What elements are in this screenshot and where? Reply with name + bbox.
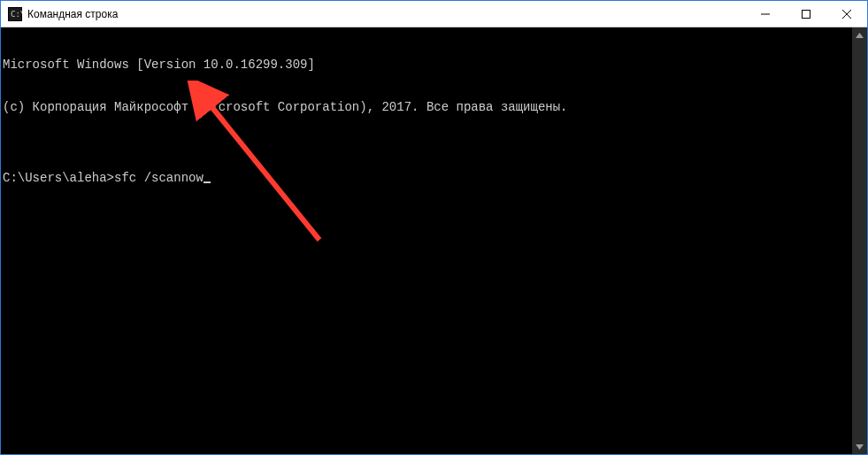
- window-title: Командная строка: [27, 8, 118, 20]
- scroll-down-arrow-icon[interactable]: [852, 439, 867, 454]
- terminal-output[interactable]: Microsoft Windows [Version 10.0.16299.30…: [1, 27, 852, 454]
- titlebar[interactable]: C:\ Командная строка: [1, 1, 867, 27]
- scroll-up-arrow-icon[interactable]: [852, 27, 867, 42]
- svg-rect-3: [803, 10, 810, 18]
- window-controls: [745, 1, 867, 27]
- prompt-line: C:\Users\aleha>sfc /scannow: [3, 171, 852, 185]
- svg-text:C:\: C:\: [11, 10, 22, 19]
- cmd-icon: C:\: [8, 7, 22, 21]
- version-line: Microsoft Windows [Version 10.0.16299.30…: [3, 58, 852, 72]
- minimize-button[interactable]: [745, 1, 786, 27]
- command-prompt-window: C:\ Командная строка Microsoft Windows […: [0, 0, 868, 455]
- prompt-text: C:\Users\aleha>: [3, 171, 114, 185]
- maximize-button[interactable]: [786, 1, 826, 27]
- cursor: [204, 181, 211, 183]
- close-button[interactable]: [826, 1, 867, 27]
- copyright-line: (c) Корпорация Майкрософт (Microsoft Cor…: [3, 100, 852, 114]
- command-text: sfc /scannow: [114, 171, 204, 185]
- vertical-scrollbar[interactable]: [852, 27, 867, 454]
- client-area: Microsoft Windows [Version 10.0.16299.30…: [1, 27, 867, 454]
